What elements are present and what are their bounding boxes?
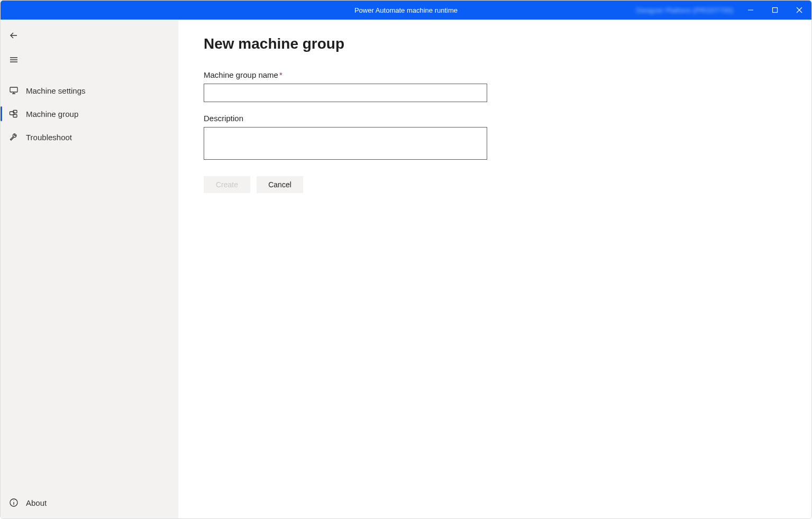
machine-group-icon <box>9 109 19 119</box>
window-title: Power Automate machine runtime <box>354 6 458 14</box>
titlebar: Power Automate machine runtime Designer … <box>1 1 811 20</box>
info-icon <box>9 498 19 507</box>
sidebar-item-machine-settings[interactable]: Machine settings <box>1 79 178 102</box>
close-button[interactable] <box>787 1 811 20</box>
hamburger-icon <box>9 55 19 65</box>
maximize-icon <box>772 7 778 13</box>
name-label-text: Machine group name <box>204 70 278 79</box>
main-content: New machine group Machine group name* De… <box>178 20 811 518</box>
name-label: Machine group name* <box>204 70 786 79</box>
back-arrow-icon <box>9 31 19 40</box>
svg-rect-1 <box>773 8 778 13</box>
sidebar-item-label: Troubleshoot <box>26 133 72 142</box>
sidebar-item-label: Machine group <box>26 110 78 119</box>
description-label: Description <box>204 114 786 123</box>
required-asterisk: * <box>279 70 282 79</box>
cancel-button[interactable]: Cancel <box>257 176 303 193</box>
minimize-button[interactable] <box>738 1 763 20</box>
sidebar: Machine settings Machine group <box>1 20 178 518</box>
minimize-icon <box>747 7 754 13</box>
sidebar-item-about[interactable]: About <box>1 491 178 514</box>
svg-point-16 <box>13 500 14 501</box>
page-title: New machine group <box>204 35 786 52</box>
sidebar-item-machine-group[interactable]: Machine group <box>1 102 178 125</box>
machine-group-name-input[interactable] <box>204 84 487 102</box>
maximize-button[interactable] <box>763 1 787 20</box>
close-icon <box>796 7 802 13</box>
wrench-icon <box>9 132 19 142</box>
sidebar-item-troubleshoot[interactable]: Troubleshoot <box>1 125 178 149</box>
svg-rect-8 <box>10 87 17 92</box>
back-button[interactable] <box>1 24 178 47</box>
sidebar-item-label: About <box>26 498 47 507</box>
description-input[interactable] <box>204 127 487 160</box>
monitor-icon <box>9 86 19 95</box>
window-user: Designer Platform (PRODT700) <box>636 6 734 14</box>
hamburger-button[interactable] <box>1 48 178 71</box>
create-button[interactable]: Create <box>204 176 250 193</box>
sidebar-item-label: Machine settings <box>26 86 86 95</box>
